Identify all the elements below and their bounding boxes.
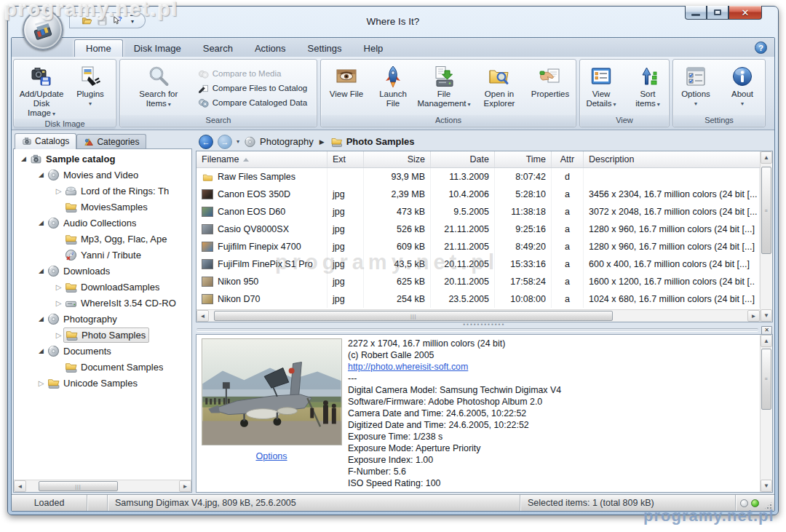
scroll-right-icon[interactable]: ► (747, 310, 760, 322)
launch-file-button[interactable]: Launch File (370, 61, 416, 115)
compare-cataloged-data-button[interactable]: Compare Cataloged Data (195, 97, 310, 109)
tree-collapsed-icon[interactable]: ▷ (53, 187, 64, 195)
tree-item-document-samples[interactable]: Document Samples (14, 359, 191, 375)
table-row-nikon-d70[interactable]: Nikon D70 jpg 254 kB 23.5.2005 10:08:00 … (196, 290, 760, 308)
about-button[interactable]: About▾ (720, 61, 765, 115)
tab-help[interactable]: Help (353, 40, 394, 57)
scroll-up-icon[interactable]: ▲ (761, 335, 772, 347)
preview-photo-f16-jet[interactable] (202, 338, 342, 445)
compare-to-media-button[interactable]: Compare to Media (195, 68, 310, 80)
column-header-attr[interactable]: Attr (552, 151, 584, 167)
tree-item-lord-of-the-rings[interactable]: ▷ Lord of the Rings: Th (14, 183, 191, 199)
tab-settings[interactable]: Settings (297, 40, 353, 57)
help-button[interactable]: ? (755, 41, 767, 54)
tree-item-documents[interactable]: ◢ Documents (14, 343, 191, 359)
tree-item-sample-catalog[interactable]: ◢ Sample catalog (14, 151, 191, 167)
view-details-button[interactable]: View Details▾ (579, 61, 624, 115)
table-row-fujifilm-finepix-4700[interactable]: Fujifilm Finepix 4700 jpg 609 kB 21.11.2… (196, 238, 760, 255)
tree-item-mp3-ogg-flac-ape[interactable]: Mp3, Ogg, Flac, Ape (14, 231, 191, 247)
application-menu-button[interactable] (23, 9, 63, 50)
add-update-disk-image-button[interactable]: Add/Update Disk Image▾ (17, 61, 66, 119)
scroll-left-icon[interactable]: ◄ (14, 480, 26, 492)
scroll-down-icon[interactable]: ▼ (761, 309, 772, 322)
plugins-button[interactable]: Plugins▾ (68, 61, 113, 119)
back-button[interactable]: ← (199, 135, 213, 149)
folder-drive-icon (65, 329, 79, 341)
table-row-nikon-950[interactable]: Nikon 950 jpg 625 kB 20.11.2005 17:58:24… (196, 273, 760, 290)
open-in-explorer-button[interactable]: Open in Explorer (472, 61, 526, 115)
tree-expanded-icon[interactable]: ◢ (36, 315, 47, 322)
resize-grip[interactable] (763, 501, 773, 510)
scrollbar-thumb[interactable]: ≡ (761, 167, 771, 254)
search-for-items-button[interactable]: Search for Items▾ (127, 61, 191, 115)
forward-button[interactable]: → (218, 135, 232, 149)
preview-vertical-scrollbar[interactable]: ▲ ≡ ▼ (760, 335, 772, 492)
catalog-tree-panel: ◢ Sample catalog ◢ Movies and Video ▷ (13, 148, 192, 493)
column-header-description[interactable]: Description (584, 151, 760, 167)
minimize-button[interactable] (685, 6, 707, 20)
title-bar[interactable]: ▔▾ Where Is It? ✕ (11, 7, 775, 37)
tree-item-moviessamples[interactable]: MoviesSamples (14, 199, 191, 215)
tree-item-photo-samples[interactable]: ▷ Photo Samples (14, 327, 191, 343)
table-row-canon-eos-350d[interactable]: Canon EOS 350D jpg 2,39 MB 10.4.2006 5:2… (196, 186, 760, 203)
options-button[interactable]: Options▾ (673, 61, 718, 115)
properties-button[interactable]: Properties (528, 61, 573, 115)
preview-url-link[interactable]: http://photo.whereisit-soft.com (348, 361, 755, 373)
preview-options-link[interactable]: Options (255, 451, 287, 461)
file-list-horizontal-scrollbar[interactable]: ◄ ||| ► (196, 309, 760, 322)
close-button[interactable]: ✕ (729, 6, 762, 20)
tree-item-whereisit-cdrom[interactable]: ▷ WhereIsIt 3.54 CD-RO (14, 295, 191, 311)
column-header-date[interactable]: Date (431, 151, 495, 167)
scrollbar-thumb[interactable]: ||| (39, 481, 118, 491)
tree-expanded-icon[interactable]: ◢ (36, 347, 47, 354)
tree-collapsed-icon[interactable]: ▷ (53, 331, 64, 339)
preview-splitter-bar[interactable]: ✕ (196, 326, 773, 334)
sidebar-horizontal-scrollbar[interactable]: ◄ ||| ► (14, 480, 191, 492)
tree-expanded-icon[interactable]: ◢ (36, 219, 47, 226)
tree-item-downloads[interactable]: ◢ Downloads (14, 263, 191, 279)
tab-actions[interactable]: Actions (244, 40, 297, 57)
preview-pane: Options 2272 x 1704, 16.7 million colors… (196, 334, 773, 493)
table-row-raw-files-samples[interactable]: Raw Files Samples 93,9 MB 11.3.2009 8:07… (196, 168, 760, 186)
tree-item-unicode-samples[interactable]: ▷ Unicode Samples (14, 375, 191, 391)
tree-collapsed-icon[interactable]: ▷ (53, 283, 64, 291)
tree-expanded-icon[interactable]: ◢ (18, 155, 29, 162)
breadcrumb-item-photography[interactable]: Photography (244, 136, 314, 148)
tab-search[interactable]: Search (192, 40, 244, 57)
column-header-time[interactable]: Time (495, 151, 552, 167)
table-row-fujifilm-finepix-s1-pro[interactable]: FujiFilm FinePix S1 Pro jpg 43,5 kB 20.1… (196, 255, 760, 273)
table-row-canon-eos-d60[interactable]: Canon EOS D60 jpg 473 kB 9.5.2005 11:38:… (196, 203, 760, 221)
tab-disk-image[interactable]: Disk Image (123, 40, 192, 57)
tree-item-movies-and-video[interactable]: ◢ Movies and Video (14, 167, 191, 183)
column-header-ext[interactable]: Ext (328, 151, 364, 167)
tree-item-downloadsamples[interactable]: ▷ DownloadSamples (14, 279, 191, 295)
maximize-button[interactable] (707, 6, 729, 20)
view-file-button[interactable]: View File (324, 61, 369, 115)
sort-items-button[interactable]: Sort items▾ (625, 61, 670, 115)
tree-expanded-icon[interactable]: ◢ (36, 171, 47, 178)
history-dropdown-icon[interactable]: ▾ (237, 138, 239, 145)
table-row-casio-qv8000sx[interactable]: Casio QV8000SX jpg 526 kB 21.11.2005 9:2… (196, 221, 760, 238)
tree-item-yanni-tribute[interactable]: Yanni / Tribute (14, 247, 191, 263)
scroll-left-icon[interactable]: ◄ (196, 310, 209, 322)
file-management-button[interactable]: File Management▾ (417, 61, 471, 115)
tab-categories[interactable]: Categories (76, 134, 146, 149)
scroll-down-icon[interactable]: ▼ (761, 480, 772, 492)
scrollbar-thumb[interactable]: ≡ (761, 349, 771, 410)
compare-files-to-catalog-button[interactable]: Compare Files to Catalog (195, 82, 310, 95)
breadcrumb-item-photo-samples[interactable]: Photo Samples (330, 136, 415, 148)
close-preview-icon[interactable]: ✕ (761, 326, 772, 335)
tree-collapsed-icon[interactable]: ▷ (53, 299, 64, 307)
scrollbar-thumb[interactable]: ||| (214, 311, 613, 321)
scroll-right-icon[interactable]: ► (179, 480, 191, 492)
tree-expanded-icon[interactable]: ◢ (36, 267, 47, 274)
tab-home[interactable]: Home (74, 39, 123, 57)
tree-item-audio-collections[interactable]: ◢ Audio Collections (14, 215, 191, 231)
column-header-size[interactable]: Size (364, 151, 431, 167)
file-list-vertical-scrollbar[interactable]: ▲ ≡ ▼ (760, 151, 772, 322)
scroll-up-icon[interactable]: ▲ (761, 151, 772, 164)
tab-catalogs[interactable]: Catalogs (15, 133, 76, 149)
tree-item-photography[interactable]: ◢ Photography (14, 311, 191, 327)
column-header-filename[interactable]: Filename (196, 151, 328, 167)
tree-collapsed-icon[interactable]: ▷ (36, 379, 47, 387)
